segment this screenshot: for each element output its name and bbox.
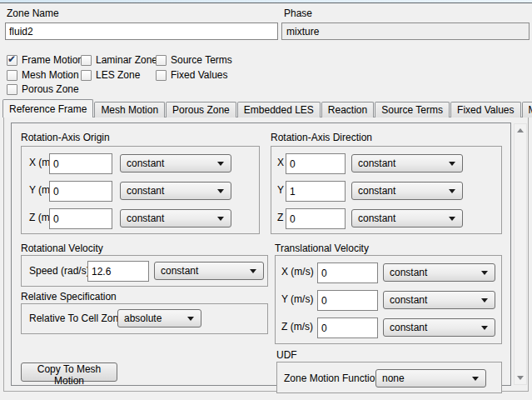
checkbox-porous-zone[interactable]: Porous Zone [7, 83, 79, 95]
dropdown-value: constant [390, 294, 427, 306]
trans-y-profile-dropdown[interactable]: constant [383, 291, 495, 309]
phase-field: mixture [281, 22, 530, 40]
direction-y-input[interactable] [286, 181, 346, 202]
tab-mesh-motion[interactable]: Mesh Motion [94, 102, 165, 118]
checkbox-label: Laminar Zone [96, 54, 157, 66]
tab-porous-zone[interactable]: Porous Zone [166, 102, 236, 118]
checkbox-label: Source Terms [171, 54, 232, 66]
chevron-down-icon [449, 162, 455, 166]
speed-input[interactable] [87, 261, 149, 282]
origin-x-input[interactable] [49, 153, 112, 174]
tab-bar: Reference Frame Mesh Motion Porous Zone … [2, 99, 532, 118]
relative-to-cell-zone-label: Relative To Cell Zone [29, 312, 124, 324]
rotational-velocity-title: Rotational Velocity [21, 242, 103, 254]
direction-z-input[interactable] [286, 208, 346, 229]
dropdown-value: absolute [124, 312, 162, 324]
checkbox-label: LES Zone [96, 69, 140, 81]
dropdown-value: constant [161, 265, 198, 277]
chevron-down-icon [217, 162, 224, 166]
trans-x-input[interactable] [317, 262, 378, 283]
checkbox-fixed-values[interactable]: Fixed Values [156, 69, 227, 81]
tab-label: Fixed Values [457, 104, 514, 116]
tab-label: Multiphase [529, 104, 532, 116]
checkbox-label: Porous Zone [22, 83, 79, 95]
dropdown-value: none [382, 372, 405, 384]
dropdown-value: constant [127, 185, 164, 197]
checkbox-laminar-zone[interactable]: Laminar Zone [81, 54, 157, 66]
direction-x-label: X [277, 157, 284, 168]
tab-label: Reaction [328, 104, 367, 116]
zone-name-input[interactable] [5, 22, 278, 40]
chevron-down-icon [217, 189, 224, 193]
copy-to-mesh-motion-button[interactable]: Copy To Mesh Motion [21, 362, 117, 382]
checkbox-source-terms[interactable]: Source Terms [156, 54, 232, 66]
checkbox-les-zone[interactable]: LES Zone [81, 69, 140, 81]
relative-specification-group: Relative To Cell Zone absolute [21, 303, 268, 334]
checkbox-frame-motion[interactable]: Frame Motion [7, 54, 83, 66]
origin-x-profile-dropdown[interactable]: constant [120, 154, 231, 172]
chevron-down-icon [449, 189, 455, 193]
direction-y-label: Y [277, 184, 284, 196]
direction-x-input[interactable] [286, 153, 346, 174]
fluid-zone-dialog: Zone Name Phase mixture Frame Motion Lam… [0, 0, 532, 400]
tab-fixed-values[interactable]: Fixed Values [450, 102, 520, 118]
origin-z-input[interactable] [49, 208, 112, 229]
scroll-up-button[interactable] [515, 124, 526, 137]
tab-label: Embedded LES [244, 104, 314, 116]
tab-multiphase[interactable]: Multiphase [522, 102, 532, 118]
arrow-down-icon [517, 376, 524, 380]
zone-name-label: Zone Name [7, 8, 59, 19]
direction-x-profile-dropdown[interactable]: constant [351, 154, 463, 172]
divider [0, 2, 532, 3]
chevron-down-icon [472, 377, 479, 381]
checkbox-label: Frame Motion [22, 54, 83, 66]
origin-y-profile-dropdown[interactable]: constant [120, 182, 231, 200]
chevron-down-icon [449, 217, 455, 221]
relative-specification-title: Relative Specification [21, 291, 117, 302]
rotation-axis-origin-title: Rotation-Axis Origin [21, 132, 110, 143]
origin-y-input[interactable] [49, 181, 112, 202]
vertical-scrollbar[interactable] [514, 123, 527, 385]
checkbox-mesh-motion[interactable]: Mesh Motion [7, 69, 79, 81]
rotation-axis-origin-group: X (m) constant Y (m) constant Z (m) cons… [21, 146, 260, 234]
trans-y-input[interactable] [317, 290, 378, 311]
rotation-axis-direction-group: X constant Y constant Z constant [271, 146, 502, 234]
relative-to-cell-zone-dropdown[interactable]: absolute [117, 309, 201, 328]
direction-z-label: Z [277, 212, 283, 223]
chevron-down-icon [481, 298, 488, 302]
chevron-down-icon [217, 217, 224, 221]
tab-label: Reference Frame [9, 103, 87, 115]
dropdown-value: constant [127, 212, 164, 224]
translational-velocity-group: X (m/s) constant Y (m/s) constant Z (m/s… [275, 255, 502, 344]
tab-label: Mesh Motion [101, 104, 158, 116]
chevron-down-icon [250, 269, 256, 273]
dropdown-value: constant [358, 158, 395, 169]
direction-y-profile-dropdown[interactable]: constant [351, 182, 463, 200]
udf-group: Zone Motion Function none [276, 362, 502, 393]
tab-embedded-les[interactable]: Embedded LES [237, 102, 321, 118]
scroll-down-button[interactable] [515, 372, 526, 384]
phase-label: Phase [284, 8, 312, 19]
trans-x-label: X (m/s) [281, 266, 314, 278]
trans-z-input[interactable] [317, 318, 378, 338]
tab-reference-frame[interactable]: Reference Frame [2, 99, 93, 118]
tab-reaction[interactable]: Reaction [321, 102, 374, 118]
chevron-down-icon [481, 326, 488, 330]
dropdown-value: constant [358, 185, 395, 197]
trans-z-profile-dropdown[interactable]: constant [383, 318, 495, 337]
speed-profile-dropdown[interactable]: constant [154, 262, 264, 280]
udf-title: UDF [276, 349, 297, 361]
dropdown-value: constant [127, 158, 164, 169]
origin-z-profile-dropdown[interactable]: constant [120, 209, 231, 228]
dropdown-value: constant [390, 322, 427, 333]
checkbox-box [7, 55, 17, 66]
zone-motion-function-dropdown[interactable]: none [375, 369, 486, 388]
trans-z-label: Z (m/s) [281, 321, 313, 332]
trans-x-profile-dropdown[interactable]: constant [383, 263, 495, 282]
checkbox-box [156, 70, 167, 81]
tab-source-terms[interactable]: Source Terms [375, 102, 450, 118]
direction-z-profile-dropdown[interactable]: constant [351, 209, 463, 228]
checkbox-box [156, 55, 167, 66]
chevron-down-icon [187, 317, 194, 321]
translational-velocity-title: Translational Velocity [275, 242, 369, 254]
